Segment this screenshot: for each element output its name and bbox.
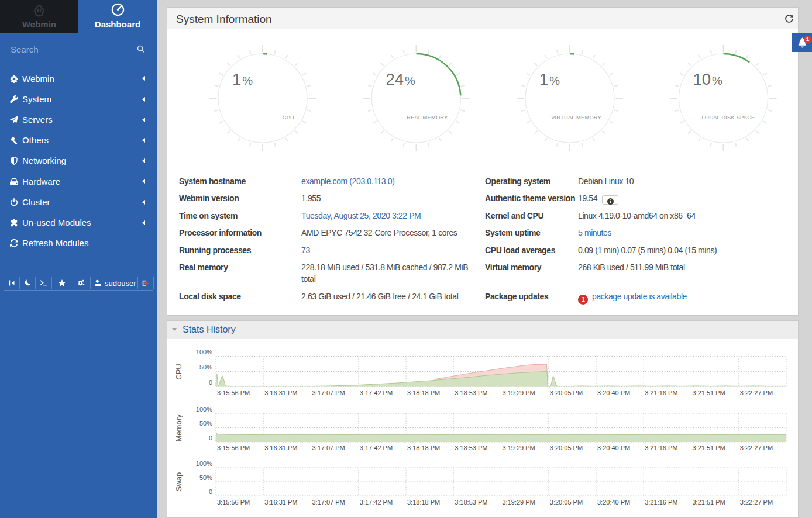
- svg-text:3:19:29 PM: 3:19:29 PM: [503, 499, 535, 506]
- svg-text:CPU: CPU: [174, 364, 183, 379]
- svg-text:3:16:31 PM: 3:16:31 PM: [264, 389, 297, 396]
- svg-text:3:22:27 PM: 3:22:27 PM: [740, 389, 773, 396]
- svg-text:3:20:40 PM: 3:20:40 PM: [597, 444, 630, 451]
- svg-text:10%: 10%: [693, 70, 723, 88]
- svg-text:3:18:18 PM: 3:18:18 PM: [407, 444, 440, 451]
- svg-text:3:18:53 PM: 3:18:53 PM: [455, 389, 487, 396]
- svg-text:3:21:16 PM: 3:21:16 PM: [645, 499, 677, 506]
- svg-text:1%: 1%: [232, 70, 253, 88]
- svg-text:3:17:07 PM: 3:17:07 PM: [312, 389, 345, 396]
- svg-text:3:15:56 PM: 3:15:56 PM: [217, 389, 250, 396]
- svg-text:1%: 1%: [539, 70, 560, 88]
- svg-text:3:18:53 PM: 3:18:53 PM: [455, 499, 487, 506]
- svg-text:Swap: Swap: [174, 472, 183, 492]
- svg-text:3:22:27 PM: 3:22:27 PM: [740, 444, 773, 451]
- svg-text:3:17:07 PM: 3:17:07 PM: [312, 499, 345, 506]
- svg-text:3:20:40 PM: 3:20:40 PM: [597, 499, 630, 506]
- svg-text:3:21:16 PM: 3:21:16 PM: [645, 389, 677, 396]
- svg-text:100%: 100%: [196, 348, 212, 355]
- svg-text:3:21:51 PM: 3:21:51 PM: [693, 389, 725, 396]
- svg-text:50%: 50%: [199, 474, 212, 481]
- svg-text:100%: 100%: [196, 406, 212, 413]
- svg-text:50%: 50%: [199, 364, 212, 371]
- svg-text:3:20:05 PM: 3:20:05 PM: [550, 444, 583, 451]
- svg-text:CPU: CPU: [283, 115, 294, 120]
- svg-text:50%: 50%: [199, 420, 212, 427]
- svg-text:24%: 24%: [386, 70, 416, 88]
- svg-text:3:18:18 PM: 3:18:18 PM: [407, 389, 440, 396]
- svg-text:3:22:27 PM: 3:22:27 PM: [740, 499, 773, 506]
- svg-text:REAL MEMORY: REAL MEMORY: [407, 115, 448, 120]
- svg-text:100%: 100%: [196, 460, 212, 467]
- svg-text:3:20:05 PM: 3:20:05 PM: [550, 389, 583, 396]
- svg-text:0: 0: [209, 488, 212, 495]
- svg-text:3:17:42 PM: 3:17:42 PM: [360, 389, 393, 396]
- svg-text:0: 0: [209, 379, 212, 386]
- svg-text:3:21:51 PM: 3:21:51 PM: [693, 499, 725, 506]
- svg-text:3:15:56 PM: 3:15:56 PM: [217, 444, 250, 451]
- svg-text:3:16:31 PM: 3:16:31 PM: [264, 499, 297, 506]
- svg-text:3:17:42 PM: 3:17:42 PM: [360, 499, 393, 506]
- svg-text:Memory: Memory: [174, 414, 183, 441]
- svg-text:LOCAL DISK SPACE: LOCAL DISK SPACE: [701, 115, 755, 120]
- svg-text:VIRTUAL MEMORY: VIRTUAL MEMORY: [551, 115, 601, 120]
- svg-text:3:19:29 PM: 3:19:29 PM: [503, 389, 535, 396]
- svg-text:3:17:07 PM: 3:17:07 PM: [312, 444, 345, 451]
- svg-text:3:16:31 PM: 3:16:31 PM: [264, 444, 297, 451]
- svg-text:3:18:18 PM: 3:18:18 PM: [407, 499, 440, 506]
- svg-text:3:15:56 PM: 3:15:56 PM: [217, 499, 250, 506]
- svg-text:3:21:51 PM: 3:21:51 PM: [693, 444, 725, 451]
- svg-text:3:19:29 PM: 3:19:29 PM: [503, 444, 535, 451]
- svg-text:3:21:16 PM: 3:21:16 PM: [645, 444, 677, 451]
- svg-text:3:20:40 PM: 3:20:40 PM: [597, 389, 630, 396]
- svg-text:3:20:05 PM: 3:20:05 PM: [550, 499, 583, 506]
- svg-text:3:18:53 PM: 3:18:53 PM: [455, 444, 487, 451]
- svg-text:3:17:42 PM: 3:17:42 PM: [360, 444, 393, 451]
- svg-text:0: 0: [209, 434, 212, 441]
